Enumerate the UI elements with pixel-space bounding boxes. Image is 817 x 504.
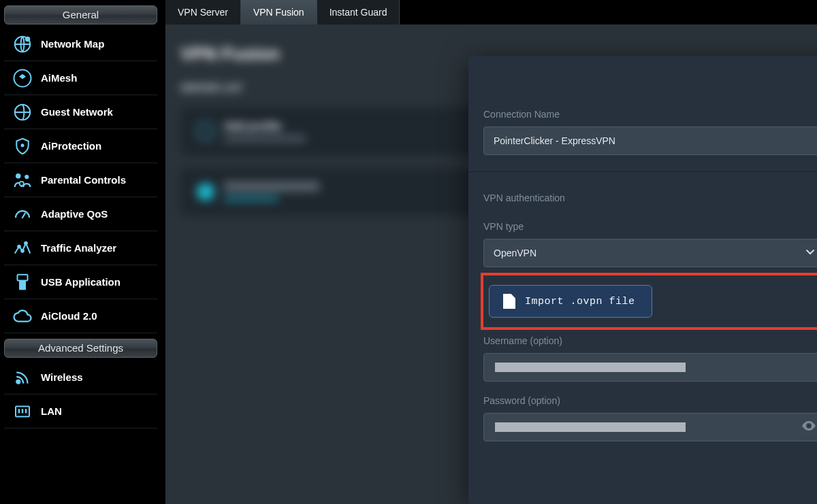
sidebar-item-lan[interactable]: LAN [4, 394, 157, 429]
sidebar-item-aimesh[interactable]: AiMesh [4, 61, 157, 95]
sidebar-item-label: Traffic Analyzer [41, 242, 116, 254]
svg-point-7 [20, 181, 24, 185]
svg-point-10 [25, 241, 27, 244]
sidebar-item-guest-network[interactable]: Guest Network [4, 95, 157, 129]
username-label: Username (option) [483, 335, 817, 346]
sidebar-item-label: Guest Network [41, 106, 113, 118]
username-masked [495, 363, 686, 372]
shield-icon [11, 135, 34, 158]
svg-point-9 [21, 249, 24, 252]
sidebar-item-label: AiMesh [41, 72, 77, 84]
tab-vpn-fusion[interactable]: VPN Fusion [241, 0, 317, 24]
svg-point-1 [25, 36, 31, 41]
eye-icon[interactable] [801, 418, 817, 437]
gauge-icon [11, 203, 34, 226]
import-highlight-box: Import .ovpn file [481, 273, 817, 330]
vpn-auth-label: VPN authentication [483, 192, 817, 203]
sidebar-section-advanced: Advanced Settings [4, 339, 157, 358]
svg-rect-17 [25, 409, 27, 413]
parental-icon [11, 169, 34, 192]
svg-rect-15 [18, 409, 20, 413]
sidebar-item-aicloud[interactable]: AiCloud 2.0 [4, 299, 157, 333]
sidebar-item-label: Parental Controls [41, 174, 126, 186]
connection-name-input[interactable] [483, 127, 817, 155]
sidebar-section-general: General [4, 5, 157, 24]
tab-vpn-server[interactable]: VPN Server [165, 0, 241, 24]
sidebar-item-label: Network Map [41, 38, 104, 50]
sidebar-item-label: LAN [41, 405, 62, 417]
sidebar-item-adaptive-qos[interactable]: Adaptive QoS [4, 197, 157, 231]
sidebar-item-traffic-analyzer[interactable]: Traffic Analyzer [4, 231, 157, 265]
aimesh-icon [11, 67, 34, 90]
svg-point-13 [16, 380, 20, 383]
sidebar-item-label: USB Application [41, 276, 121, 288]
analyzer-icon [11, 237, 34, 260]
username-input[interactable] [483, 353, 817, 382]
vpn-type-label: VPN type [483, 221, 817, 232]
guest-network-icon [11, 101, 34, 124]
svg-point-6 [25, 174, 29, 178]
globe-icon [11, 33, 34, 56]
svg-rect-11 [18, 274, 28, 280]
import-ovpn-button[interactable]: Import .ovpn file [489, 285, 652, 318]
password-label: Password (option) [483, 395, 817, 406]
sidebar-item-usb-application[interactable]: USB Application [4, 265, 157, 299]
svg-point-4 [21, 144, 25, 147]
tab-bar: VPN Server VPN Fusion Instant Guard [165, 0, 817, 24]
main-content: VPN Server VPN Fusion Instant Guard VPN … [165, 0, 817, 504]
svg-point-18 [807, 424, 810, 427]
import-button-label: Import .ovpn file [525, 296, 635, 307]
connection-name-label: Connection Name [483, 109, 817, 120]
sidebar-item-label: AiCloud 2.0 [41, 310, 97, 322]
sidebar-item-aiprotection[interactable]: AiProtection [4, 129, 157, 163]
cloud-icon [11, 305, 34, 328]
file-icon [503, 294, 515, 309]
sidebar: General Network Map AiMesh Guest Network… [4, 0, 157, 504]
sidebar-item-parental-controls[interactable]: Parental Controls [4, 163, 157, 197]
password-input[interactable] [483, 413, 817, 441]
sidebar-item-label: Adaptive QoS [41, 208, 108, 220]
sidebar-item-label: AiProtection [41, 140, 101, 152]
svg-point-8 [18, 245, 20, 248]
vpn-type-value: OpenVPN [483, 239, 817, 267]
wifi-icon [11, 366, 34, 389]
lan-icon [11, 400, 34, 423]
sidebar-item-network-map[interactable]: Network Map [4, 27, 157, 61]
password-masked [495, 422, 686, 432]
svg-rect-12 [19, 280, 26, 290]
svg-rect-16 [22, 409, 24, 413]
tab-instant-guard[interactable]: Instant Guard [317, 0, 400, 24]
sidebar-item-wireless[interactable]: Wireless [4, 360, 157, 394]
usb-icon [11, 271, 34, 294]
sidebar-item-label: Wireless [41, 371, 83, 383]
add-profile-modal: Connection Name VPN authentication VPN t… [468, 56, 817, 504]
vpn-type-select[interactable]: OpenVPN [483, 239, 817, 267]
svg-point-5 [16, 173, 21, 179]
